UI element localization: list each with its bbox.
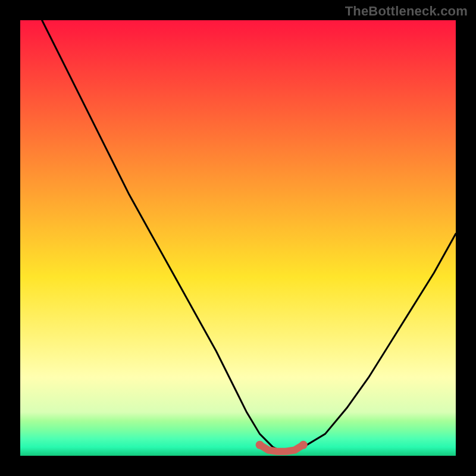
chart-stage: TheBottleneck.com — [0, 0, 476, 476]
zero-bottleneck-marker — [260, 445, 303, 452]
marker-end-right — [299, 441, 308, 449]
marker-end-left — [256, 441, 264, 449]
plot-area — [20, 20, 456, 456]
curve-layer — [20, 20, 456, 456]
attribution-text: TheBottleneck.com — [345, 4, 468, 19]
bottleneck-curve — [42, 20, 456, 452]
